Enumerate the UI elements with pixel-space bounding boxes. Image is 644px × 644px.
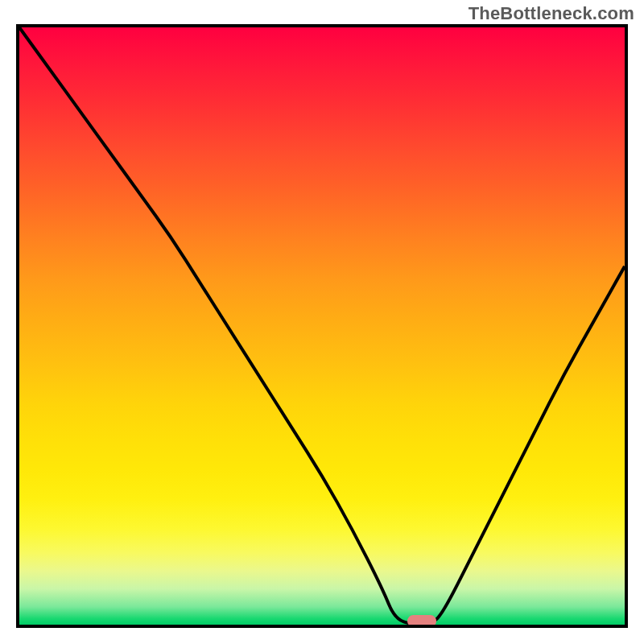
bottleneck-curve: [19, 27, 625, 625]
optimum-marker: [407, 615, 436, 627]
plot-frame: [16, 24, 628, 628]
watermark-label: TheBottleneck.com: [469, 3, 634, 24]
curve-path: [19, 27, 625, 625]
chart-container: TheBottleneck.com: [0, 0, 644, 644]
